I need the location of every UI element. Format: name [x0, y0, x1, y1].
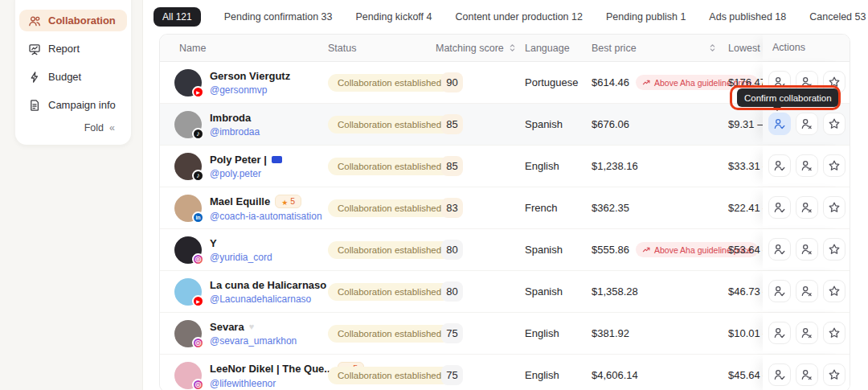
trending-up-icon [642, 245, 651, 254]
best-price-value: $614.46 [592, 76, 629, 88]
main-content: All 121 Pending confirmation 33 Pending … [143, 0, 868, 390]
table-row[interactable]: Poly Peter | @poly.peter Collaboration e… [160, 146, 850, 187]
table-row[interactable]: Sevara ♥ @sevara_umarkhon Collaboration … [160, 313, 850, 355]
creator-handle-link[interactable]: @coach-ia-automatisation [210, 211, 322, 222]
row-actions [763, 355, 850, 390]
person-check-icon [773, 368, 786, 381]
language-value: French [525, 202, 592, 214]
person-check-icon [773, 201, 786, 214]
heart-icon: ♥ [249, 322, 255, 331]
creator-name: Gerson Viergutz [210, 70, 290, 82]
cancel-collaboration-button[interactable] [796, 238, 818, 261]
creator-handle-link[interactable]: @imbrodaa [210, 126, 260, 138]
person-check-icon [773, 326, 786, 339]
confirm-collaboration-button[interactable] [768, 322, 791, 344]
confirm-collaboration-button[interactable] [768, 154, 791, 177]
best-price-value: $362.35 [592, 202, 629, 214]
fold-chevrons-icon: « [109, 122, 115, 133]
star-icon [828, 368, 841, 381]
creator-handle-link[interactable]: @Lacunadehalicarnaso [210, 294, 326, 305]
table-row[interactable]: Mael Equille 5 @coach-ia-automatisation … [160, 187, 850, 229]
favorite-button[interactable] [823, 113, 845, 135]
creator-cell: LeeNor Dikel | The Que... 5 @lifewithlee… [160, 362, 328, 389]
avatar [174, 320, 202, 347]
language-value: English [525, 160, 592, 172]
person-x-icon [800, 368, 813, 381]
status-tab[interactable]: Canceled 53 [809, 11, 866, 23]
favorite-button[interactable] [823, 196, 845, 219]
creator-handle-link[interactable]: @lifewithleenor [210, 378, 328, 389]
star-icon [828, 201, 841, 214]
confirm-collaboration-button[interactable] [768, 238, 791, 261]
column-header-language[interactable]: Language [525, 43, 592, 54]
creator-name: LeeNor Dikel | The Que... [210, 363, 333, 375]
cancel-collaboration-button[interactable] [796, 322, 818, 344]
person-x-icon [800, 201, 813, 214]
favorite-button[interactable] [823, 238, 845, 261]
status-tab[interactable]: Ads published 18 [709, 11, 786, 23]
favorite-button[interactable] [823, 154, 845, 177]
status-tab[interactable]: Pending kickoff 4 [356, 11, 432, 23]
column-header-status[interactable]: Status [328, 43, 436, 54]
person-x-icon [800, 243, 813, 256]
language-value: English [525, 369, 592, 381]
creator-handle-link[interactable]: @poly.peter [210, 168, 282, 179]
status-badge: Collaboration established [328, 116, 451, 133]
status-badge: Collaboration established [328, 283, 451, 301]
creator-handle-link[interactable]: @gersonmvp [210, 84, 290, 96]
sort-icon[interactable] [508, 43, 517, 52]
favorite-button[interactable] [823, 280, 845, 302]
confirm-collaboration-button[interactable] [768, 280, 791, 302]
table-row[interactable]: LeeNor Dikel | The Que... 5 @lifewithlee… [160, 355, 850, 390]
platform-badge-icon [192, 170, 204, 182]
cancel-collaboration-button[interactable] [796, 363, 818, 386]
platform-badge-icon [192, 379, 204, 390]
fold-label: Fold [84, 122, 104, 133]
collaboration-page: Collaboration Report [0, 0, 868, 390]
sidebar-item[interactable]: Budget [19, 66, 127, 88]
creator-name: Mael Equille [210, 195, 270, 207]
status-badge: Collaboration established [328, 158, 451, 175]
tooltip-confirm-collaboration: Confirm collaboration [737, 88, 839, 107]
confirm-collaboration-button[interactable] [768, 363, 791, 386]
star-icon [828, 285, 841, 298]
sidebar-item-icon [28, 71, 41, 84]
status-badge: Collaboration established [328, 241, 451, 259]
sidebar-item[interactable]: Campaign info [19, 94, 127, 116]
eu-flag-icon [272, 156, 282, 163]
person-check-icon [773, 159, 786, 172]
sidebar-item-label: Budget [48, 71, 81, 83]
confirm-collaboration-button[interactable] [768, 113, 791, 135]
status-tab[interactable]: All 121 [154, 7, 201, 27]
creator-handle-link[interactable]: @yuridia_cord [210, 252, 272, 263]
sidebar-item[interactable]: Collaboration [19, 10, 127, 31]
cancel-collaboration-button[interactable] [796, 154, 818, 177]
cancel-collaboration-button[interactable] [796, 113, 818, 135]
person-check-icon [773, 243, 786, 256]
status-tab[interactable]: Pending publish 1 [606, 11, 686, 23]
creator-handle-link[interactable]: @sevara_umarkhon [210, 335, 297, 347]
column-header-matching-score[interactable]: Matching score [436, 43, 525, 54]
sort-icon[interactable] [708, 43, 717, 52]
table-row[interactable]: La cuna de Halicarnaso @Lacunadehalicarn… [160, 271, 850, 313]
cancel-collaboration-button[interactable] [796, 196, 818, 219]
status-tab[interactable]: Content under production 12 [456, 11, 583, 23]
column-header-best-price[interactable]: Best price [592, 43, 728, 54]
sidebar-item[interactable]: Report [19, 38, 127, 60]
avatar [174, 153, 202, 180]
status-tab[interactable]: Pending confirmation 33 [224, 11, 333, 23]
fold-button[interactable]: Fold« [19, 122, 127, 133]
star-icon [828, 326, 841, 339]
favorite-button[interactable] [823, 363, 845, 386]
confirm-collaboration-button[interactable] [768, 196, 791, 219]
table-row[interactable]: Imbroda @imbrodaa Collaboration establis… [160, 104, 850, 146]
best-price-value: $4,606.14 [592, 369, 638, 381]
status-badge: Collaboration established [328, 367, 451, 384]
matching-score: 75 [441, 323, 463, 343]
table-row[interactable]: Y @yuridia_cord Collaboration establishe… [160, 229, 850, 271]
favorite-button[interactable] [823, 322, 845, 344]
cancel-collaboration-button[interactable] [796, 280, 818, 302]
person-x-icon [800, 76, 813, 88]
platform-badge-icon [192, 211, 204, 224]
column-header-name[interactable]: Name [160, 43, 328, 54]
